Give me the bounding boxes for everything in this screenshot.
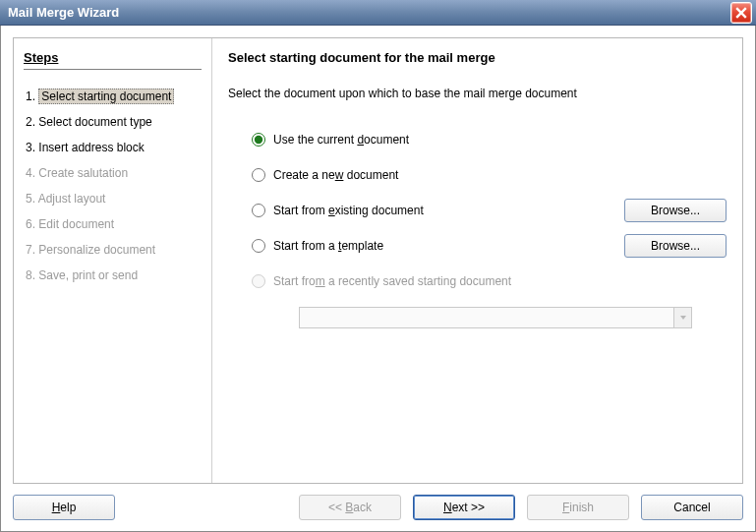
radio-use-current-document-input[interactable] [252, 133, 265, 147]
content-panel: Select starting document for the mail me… [212, 38, 742, 483]
cancel-button[interactable]: Cancel [641, 495, 743, 520]
window-title: Mail Merge Wizard [8, 5, 730, 20]
step-2-select-document-type[interactable]: 2. Select document type [24, 109, 202, 135]
next-button[interactable]: Next >> [413, 495, 515, 520]
step-6-edit-document: 6. Edit document [24, 211, 202, 237]
combo-arrow-button [673, 308, 691, 327]
radio-start-from-template[interactable]: Start from a template [252, 239, 616, 253]
help-button[interactable]: Help [13, 495, 115, 520]
radio-start-from-existing-input[interactable] [252, 204, 265, 217]
content-subtext: Select the document upon which to base t… [228, 87, 727, 100]
radio-label: Start from a recently saved starting doc… [273, 274, 511, 288]
radio-label: Start from existing document [273, 204, 424, 217]
radio-label: Start from a template [273, 239, 383, 253]
radio-use-current-document[interactable]: Use the current document [252, 133, 727, 147]
step-4-create-salutation: 4. Create salutation [24, 160, 202, 186]
steps-sidebar: Steps 1. Select starting document 2. Sel… [14, 38, 212, 483]
radio-start-from-recent: Start from a recently saved starting doc… [252, 274, 727, 288]
steps-separator [24, 69, 202, 70]
radio-start-from-existing[interactable]: Start from existing document [252, 204, 616, 217]
title-bar: Mail Merge Wizard [0, 0, 756, 26]
wizard-button-bar: Help << Back Next >> Finish Cancel [1, 484, 755, 531]
radio-create-new-document-input[interactable] [252, 168, 265, 182]
step-3-insert-address-block[interactable]: 3. Insert address block [24, 135, 202, 160]
radio-start-from-recent-input [252, 274, 265, 288]
recent-document-combo [299, 307, 692, 328]
back-button: << Back [299, 495, 401, 520]
radio-label: Create a new document [273, 168, 398, 182]
radio-start-from-template-input[interactable] [252, 239, 265, 253]
step-7-personalize-document: 7. Personalize document [24, 237, 202, 263]
radio-create-new-document[interactable]: Create a new document [252, 168, 727, 182]
step-8-save-print-send: 8. Save, print or send [24, 263, 202, 288]
browse-template-button[interactable]: Browse... [624, 234, 727, 258]
step-1-select-starting-document[interactable]: 1. Select starting document [24, 84, 176, 109]
steps-list: 1. Select starting document 2. Select do… [24, 84, 202, 288]
step-5-adjust-layout: 5. Adjust layout [24, 186, 202, 211]
browse-existing-button[interactable]: Browse... [624, 199, 727, 222]
chevron-down-icon [679, 314, 687, 322]
starting-doc-radio-group: Use the current document Create a new do… [228, 122, 727, 328]
recent-document-value [300, 308, 673, 327]
close-button[interactable] [730, 2, 752, 24]
steps-heading: Steps [24, 50, 202, 65]
close-icon [735, 7, 747, 19]
finish-button: Finish [527, 495, 629, 520]
content-heading: Select starting document for the mail me… [228, 50, 727, 65]
radio-label: Use the current document [273, 133, 409, 147]
